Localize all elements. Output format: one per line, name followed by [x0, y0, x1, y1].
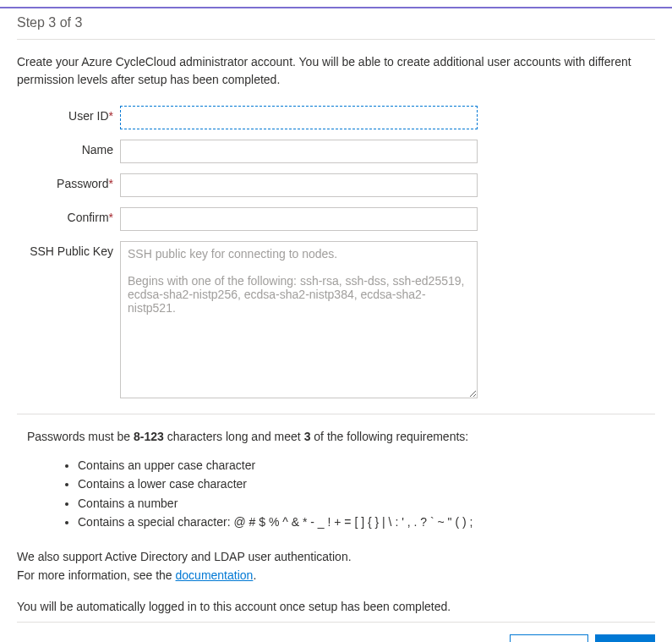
support-block: We also support Active Directory and LDA… [17, 547, 655, 585]
password-input[interactable] [120, 173, 478, 197]
divider [17, 414, 655, 414]
label-password-text: Password [57, 177, 108, 190]
step-header: Step 3 of 3 [17, 12, 655, 40]
button-row: Previous Done [17, 634, 655, 642]
user-id-input[interactable] [120, 106, 478, 129]
support-line2: For more information, see the documentat… [17, 566, 655, 584]
label-confirm: Confirm* [17, 207, 120, 224]
support-line1: We also support Active Directory and LDA… [17, 547, 655, 566]
label-ssh: SSH Public Key [17, 241, 120, 258]
label-user-id: User ID* [17, 106, 120, 123]
label-password: Password* [17, 173, 120, 190]
ssh-public-key-input[interactable] [120, 241, 478, 398]
intro-text: Create your Azure CycleCloud administrat… [17, 53, 655, 89]
required-mark: * [109, 109, 113, 123]
done-button[interactable]: Done [595, 634, 655, 642]
label-user-id-text: User ID [68, 109, 108, 123]
list-item: Contains an upper case character [78, 456, 655, 475]
password-rules-intro: Passwords must be 8-123 characters long … [27, 428, 655, 446]
required-mark: * [109, 177, 113, 190]
name-input[interactable] [120, 140, 478, 163]
required-mark: * [109, 211, 113, 224]
row-password: Password* [17, 173, 655, 197]
top-accent-bar [0, 7, 672, 8]
password-rules-list: Contains an upper case character Contain… [78, 456, 655, 532]
documentation-link[interactable]: documentation [176, 568, 254, 582]
list-item: Contains a special character: @ # $ % ^ … [78, 513, 655, 531]
row-confirm: Confirm* [17, 207, 655, 231]
row-name: Name [17, 140, 655, 163]
confirm-input[interactable] [120, 207, 478, 231]
label-name: Name [17, 140, 120, 156]
footer-divider [17, 622, 655, 623]
list-item: Contains a number [78, 494, 655, 513]
list-item: Contains a lower case character [78, 475, 655, 493]
row-ssh: SSH Public Key [17, 241, 655, 398]
auto-login-text: You will be automatically logged in to t… [17, 600, 655, 613]
previous-button[interactable]: Previous [510, 634, 587, 642]
label-confirm-text: Confirm [68, 211, 109, 224]
row-user-id: User ID* [17, 106, 655, 129]
